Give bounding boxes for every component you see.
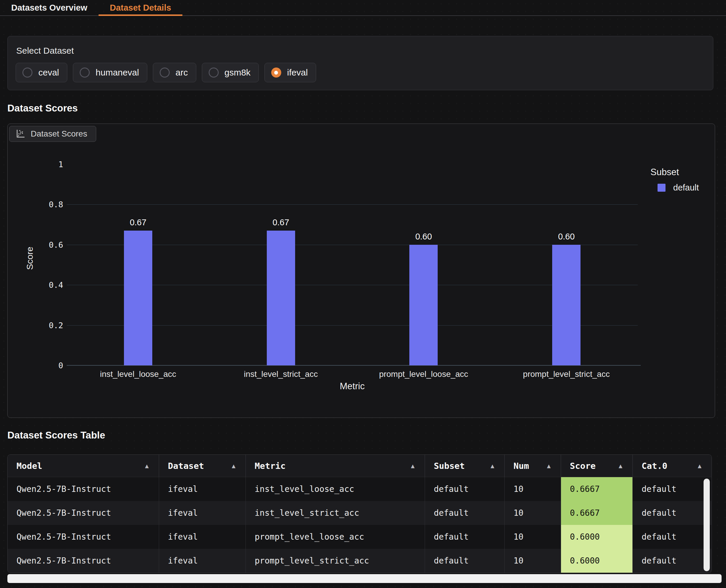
chart-tab-button[interactable]: Dataset Scores <box>9 126 96 142</box>
tab-dataset-details[interactable]: Dataset Details <box>99 0 182 15</box>
cell-dataset[interactable]: ifeval <box>159 549 246 573</box>
dataset-option-gsm8k[interactable]: gsm8k <box>202 63 259 82</box>
legend-swatch-icon <box>658 184 666 192</box>
tab-datasets-overview[interactable]: Datasets Overview <box>0 0 99 15</box>
cell-cat-0[interactable]: default <box>633 525 711 549</box>
sort-ascending-icon[interactable]: ▲ <box>411 462 415 469</box>
x-axis-title: Metric <box>323 381 382 392</box>
cell-subset[interactable]: default <box>425 501 505 525</box>
column-header-label: Num <box>513 461 529 471</box>
x-tick-label: inst_level_loose_acc <box>76 370 200 379</box>
bar-inst_level_loose_acc <box>124 231 152 365</box>
legend-entry-label: default <box>673 183 699 193</box>
cell-num[interactable]: 10 <box>505 525 561 549</box>
column-header-num[interactable]: Num▲ <box>505 455 561 477</box>
column-header-label: Metric <box>255 461 286 471</box>
cell-metric[interactable]: inst_level_strict_acc <box>246 501 425 525</box>
table-row: Qwen2.5-7B-Instructifevalprompt_level_st… <box>8 549 711 573</box>
column-header-dataset[interactable]: Dataset▲ <box>159 455 246 477</box>
column-header-score[interactable]: Score▲ <box>561 455 633 477</box>
chart-legend: Subset default <box>650 167 699 193</box>
radio-selected-icon <box>271 67 281 78</box>
gridline <box>67 204 638 205</box>
table-row: Qwen2.5-7B-Instructifevalprompt_level_lo… <box>8 525 711 549</box>
cell-score[interactable]: 0.6000 <box>561 525 633 549</box>
cell-subset[interactable]: default <box>425 549 505 573</box>
cell-subset[interactable]: default <box>425 525 505 549</box>
x-tick-label: prompt_level_loose_acc <box>362 370 485 379</box>
bar-inst_level_strict_acc <box>267 231 295 365</box>
dataset-selector-panel: Select Dataset cevalhumanevalarcgsm8kife… <box>7 36 713 90</box>
column-header-metric[interactable]: Metric▲ <box>246 455 425 477</box>
dataset-option-label: ifeval <box>287 67 308 78</box>
sort-ascending-icon[interactable]: ▲ <box>145 462 149 469</box>
cell-cat-0[interactable]: default <box>633 477 711 501</box>
dataset-option-ceval[interactable]: ceval <box>16 63 67 82</box>
column-header-subset[interactable]: Subset▲ <box>425 455 505 477</box>
cell-metric[interactable]: inst_level_loose_acc <box>246 477 425 501</box>
cell-score[interactable]: 0.6667 <box>561 501 633 525</box>
dataset-scores-table-heading: Dataset Scores Table <box>7 429 105 441</box>
dataset-radio-group: cevalhumanevalarcgsm8kifeval <box>16 63 316 82</box>
cell-subset[interactable]: default <box>425 477 505 501</box>
legend-title: Subset <box>650 167 699 177</box>
cell-metric[interactable]: prompt_level_loose_acc <box>246 525 425 549</box>
sort-ascending-icon[interactable]: ▲ <box>619 462 622 469</box>
cell-cat-0[interactable]: default <box>633 501 711 525</box>
cell-model[interactable]: Qwen2.5-7B-Instruct <box>8 549 159 573</box>
sort-ascending-icon[interactable]: ▲ <box>232 462 236 469</box>
legend-entry-default[interactable]: default <box>658 183 699 193</box>
cell-score[interactable]: 0.6667 <box>561 477 633 501</box>
top-tab-bar: Datasets Overview Dataset Details <box>0 0 726 16</box>
cell-model[interactable]: Qwen2.5-7B-Instruct <box>8 501 159 525</box>
cell-dataset[interactable]: ifeval <box>159 477 246 501</box>
column-header-label: Subset <box>434 461 465 471</box>
table-horizontal-scrollbar[interactable] <box>7 574 722 583</box>
cell-model[interactable]: Qwen2.5-7B-Instruct <box>8 525 159 549</box>
y-tick-label: 0.4 <box>19 280 63 290</box>
cell-cat-0[interactable]: default <box>633 549 711 573</box>
bar-prompt_level_loose_acc <box>409 245 438 365</box>
cell-dataset[interactable]: ifeval <box>159 501 246 525</box>
cell-num[interactable]: 10 <box>505 549 561 573</box>
dataset-option-arc[interactable]: arc <box>153 63 196 82</box>
radio-unselected-icon <box>160 67 170 78</box>
cell-num[interactable]: 10 <box>505 501 561 525</box>
cell-dataset[interactable]: ifeval <box>159 525 246 549</box>
cell-num[interactable]: 10 <box>505 477 561 501</box>
table-vertical-scrollbar[interactable] <box>704 479 710 571</box>
sort-ascending-icon[interactable]: ▲ <box>698 462 702 469</box>
radio-unselected-icon <box>80 67 90 78</box>
cell-metric[interactable]: prompt_level_strict_acc <box>246 549 425 573</box>
column-header-cat-0[interactable]: Cat.0▲ <box>633 455 711 477</box>
y-axis-title: Score <box>25 247 35 270</box>
table-row: Qwen2.5-7B-Instructifevalinst_level_stri… <box>8 501 711 525</box>
sort-ascending-icon[interactable]: ▲ <box>547 462 551 469</box>
dataset-scores-heading: Dataset Scores <box>7 103 78 114</box>
bar-value-label: 0.67 <box>257 218 305 227</box>
dataset-option-ifeval[interactable]: ifeval <box>264 63 316 82</box>
y-tick-label: 1 <box>19 160 63 169</box>
sort-ascending-icon[interactable]: ▲ <box>490 462 494 469</box>
chart-tab-button-label: Dataset Scores <box>31 129 87 139</box>
dataset-selector-title: Select Dataset <box>16 46 74 56</box>
cell-model[interactable]: Qwen2.5-7B-Instruct <box>8 477 159 501</box>
cell-score[interactable]: 0.6000 <box>561 549 633 573</box>
x-tick-label: inst_level_strict_acc <box>219 370 343 379</box>
column-header-label: Model <box>17 461 42 471</box>
y-tick-label: 0 <box>19 361 63 370</box>
dataset-option-label: ceval <box>38 67 59 78</box>
bar-prompt_level_strict_acc <box>552 245 581 365</box>
column-header-label: Dataset <box>168 461 204 471</box>
dataset-option-label: arc <box>176 67 188 78</box>
bar-value-label: 0.60 <box>400 232 447 241</box>
bar-value-label: 0.67 <box>115 218 162 227</box>
y-tick-label: 0.8 <box>19 200 63 209</box>
dataset-option-label: humaneval <box>96 67 139 78</box>
table-header-row: Model▲Dataset▲Metric▲Subset▲Num▲Score▲Ca… <box>8 455 711 477</box>
column-header-model[interactable]: Model▲ <box>8 455 159 477</box>
dataset-scores-table: Model▲Dataset▲Metric▲Subset▲Num▲Score▲Ca… <box>7 455 712 573</box>
dataset-option-label: gsm8k <box>225 67 250 78</box>
dataset-option-humaneval[interactable]: humaneval <box>73 63 147 82</box>
y-tick-label: 0.2 <box>19 320 63 330</box>
